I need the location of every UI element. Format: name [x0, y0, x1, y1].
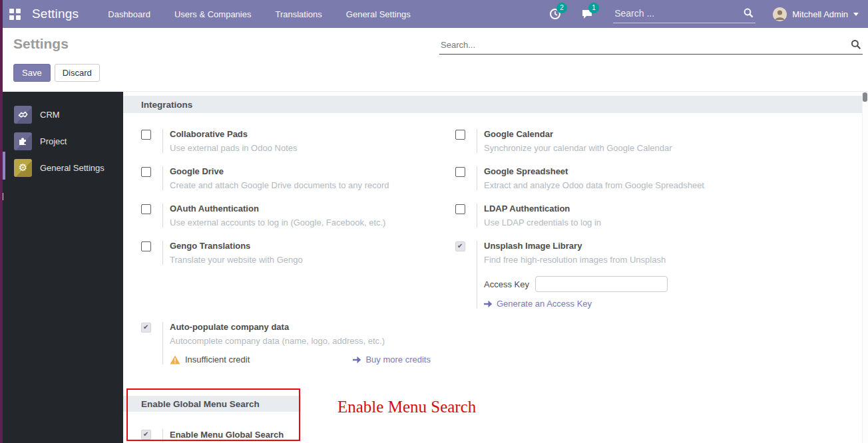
access-key-label: Access Key [484, 279, 529, 289]
setting-autopopulate-company-data: Auto-populate company data Autocomplete … [141, 322, 455, 365]
app-title[interactable]: Settings [32, 7, 79, 21]
menu-item-dashboard[interactable]: Dashboard [108, 9, 150, 19]
checkbox[interactable] [455, 167, 465, 177]
menu-item-translations[interactable]: Translations [275, 9, 322, 19]
navbar-search-input[interactable] [613, 5, 756, 23]
activity-count-badge: 2 [556, 3, 567, 13]
setting-desc: Use LDAP credentials to log in [484, 218, 601, 227]
sidebar-item-project[interactable]: Project [0, 128, 123, 154]
checkbox[interactable] [141, 167, 151, 177]
sidebar-item-crm[interactable]: CRM [0, 101, 123, 128]
setting-ldap-authentication: LDAP Authentication Use LDAP credentials… [455, 204, 862, 227]
vertical-scrollbar[interactable] [862, 92, 868, 443]
setting-desc: Extract and analyze Odoo data from Googl… [484, 180, 704, 190]
setting-title[interactable]: LDAP Authentication [484, 204, 601, 214]
chevron-down-icon [853, 13, 859, 16]
checkbox-checked[interactable] [141, 323, 151, 333]
navbar-search [613, 5, 756, 23]
cp-buttons: Save Discard [13, 64, 100, 82]
setting-desc: Autocomplete company data (name, logo, a… [170, 336, 431, 346]
integrations-grid: Collaborative Pads Use external pads in … [123, 129, 862, 365]
setting-enable-menu-global-search: Enable Menu Global Search [123, 429, 862, 442]
checkbox-checked[interactable] [455, 241, 465, 251]
menu-item-users-companies[interactable]: Users & Companies [174, 9, 252, 19]
project-app-icon [14, 132, 32, 150]
red-annotation-text: Enable Menu Search [337, 398, 476, 416]
setting-title[interactable]: Google Calendar [484, 129, 672, 139]
window-edge-strip [0, 0, 3, 443]
setting-title[interactable]: Enable Menu Global Search [170, 430, 284, 440]
setting-desc: Use external accounts to log in (Google,… [170, 218, 385, 227]
main-area: CRM Project ⚙ General Settings Integrati… [0, 92, 868, 443]
top-navbar: Settings Dashboard Users & Companies Tra… [0, 0, 868, 28]
page-title: Settings [13, 36, 69, 52]
buy-more-credits-link[interactable]: Buy more credits [353, 355, 431, 365]
message-count-badge: 1 [588, 3, 599, 13]
setting-unsplash-image-library: Unsplash Image Library Find free high-re… [455, 241, 862, 309]
sidebar-item-label: CRM [40, 110, 60, 120]
setting-desc: Translate your website with Gengo [170, 255, 303, 265]
messages-icon[interactable]: 1 [581, 8, 593, 20]
settings-sidebar: CRM Project ⚙ General Settings [0, 92, 123, 443]
main-menu: Dashboard Users & Companies Translations… [108, 9, 410, 19]
access-key-input[interactable] [535, 276, 668, 292]
settings-search [439, 37, 863, 55]
sidebar-item-label: Project [40, 136, 67, 146]
gear-icon: ⚙ [14, 159, 32, 177]
setting-title[interactable]: Collaborative Pads [170, 129, 298, 139]
setting-google-drive: Google Drive Create and attach Google Dr… [141, 166, 455, 190]
arrow-right-icon [353, 356, 361, 364]
setting-google-spreadsheet: Google Spreadsheet Extract and analyze O… [455, 166, 862, 190]
arrow-right-icon [484, 300, 493, 308]
user-name: Mitchell Admin [792, 9, 848, 19]
save-button[interactable]: Save [13, 64, 51, 82]
crm-app-icon [14, 106, 32, 124]
checkbox[interactable] [455, 204, 465, 214]
setting-desc: Use external pads in Odoo Notes [170, 143, 298, 153]
access-key-row: Access Key [484, 276, 668, 292]
sidebar-item-general-settings[interactable]: ⚙ General Settings [0, 154, 123, 181]
setting-title[interactable]: Google Drive [170, 166, 389, 176]
section-enable-global-menu-search: Enable Global Menu Search Enable Menu Gl… [123, 396, 862, 442]
setting-title[interactable]: Auto-populate company data [170, 322, 431, 332]
avatar [773, 7, 787, 21]
settings-search-input[interactable] [439, 37, 845, 54]
activities-icon[interactable]: 2 [549, 8, 561, 20]
scrollbar-thumb[interactable] [863, 92, 867, 102]
user-menu[interactable]: Mitchell Admin [773, 7, 859, 21]
warning-icon [170, 355, 180, 365]
setting-title[interactable]: OAuth Authentication [170, 204, 385, 214]
setting-oauth-authentication: OAuth Authentication Use external accoun… [141, 204, 455, 227]
checkbox[interactable] [141, 241, 151, 251]
checkbox[interactable] [141, 130, 151, 140]
apps-grid-icon[interactable] [9, 9, 21, 20]
setting-collaborative-pads: Collaborative Pads Use external pads in … [141, 129, 455, 153]
credit-warning-row: Insufficient credit Buy more credits [170, 355, 431, 365]
section-header-menu-search: Enable Global Menu Search [123, 396, 301, 412]
sidebar-item-label: General Settings [40, 163, 105, 173]
setting-title[interactable]: Unsplash Image Library [484, 241, 668, 251]
checkbox[interactable] [455, 130, 465, 140]
setting-desc: Synchronize your calendar with Google Ca… [484, 143, 672, 153]
setting-title[interactable]: Gengo Translations [170, 241, 303, 251]
setting-title[interactable]: Google Spreadsheet [484, 166, 704, 176]
checkbox[interactable] [141, 204, 151, 214]
systray: 2 1 Mitchell Admin [549, 5, 868, 23]
search-icon[interactable] [744, 8, 754, 18]
generate-access-key-link[interactable]: Generate an Access Key [484, 299, 668, 309]
control-panel: Settings Save Discard [0, 28, 868, 92]
setting-google-calendar: Google Calendar Synchronize your calenda… [455, 129, 862, 153]
settings-content: Integrations Collaborative Pads Use exte… [123, 92, 868, 443]
menu-item-general-settings[interactable]: General Settings [346, 9, 411, 19]
warning-text: Insufficient credit [185, 355, 250, 365]
setting-gengo-translations: Gengo Translations Translate your websit… [141, 241, 455, 265]
search-icon[interactable] [851, 39, 861, 50]
checkbox-checked[interactable] [141, 430, 151, 440]
section-header-integrations: Integrations [123, 96, 862, 113]
discard-button[interactable]: Discard [55, 64, 100, 82]
setting-desc: Find free high-resolution images from Un… [484, 255, 668, 265]
setting-desc: Create and attach Google Drive documents… [170, 180, 389, 190]
